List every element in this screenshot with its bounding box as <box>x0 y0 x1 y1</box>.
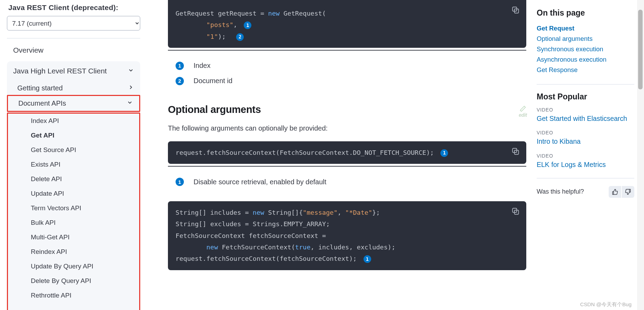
nav-term-vectors-api[interactable]: Term Vectors API <box>14 201 139 215</box>
popular-link-kibana[interactable]: Intro to Kibana <box>537 137 634 146</box>
callout-text: Index <box>194 62 211 70</box>
toc-link-asynchronous[interactable]: Asynchronous execution <box>537 54 634 65</box>
paragraph: The following arguments can optionally b… <box>168 124 526 132</box>
divider <box>537 84 634 85</box>
code-block-get-request: GetRequest getRequest = new GetRequest( … <box>168 0 526 48</box>
toc-title: On this page <box>537 8 634 18</box>
nav-delete-by-query-api[interactable]: Delete By Query API <box>14 274 139 288</box>
watermark: CSDN @今天有个Bug <box>580 301 632 308</box>
nav-group: Java High Level REST Client Getting star… <box>7 61 140 310</box>
popular-link-elasticsearch[interactable]: Get Started with Elasticsearch <box>537 114 634 123</box>
video-kicker: VIDEO <box>537 153 634 159</box>
toc-link-get-request[interactable]: Get Request <box>537 23 634 34</box>
nav-item-label: Get API <box>31 132 54 139</box>
edit-icon[interactable]: edit <box>519 105 527 118</box>
nav-item-label: Getting started <box>17 84 63 92</box>
section-heading-optional-arguments: Optional arguments edit <box>168 104 526 115</box>
thumbs-up-button[interactable] <box>609 186 621 198</box>
version-select[interactable]: 7.17 (current) <box>7 16 140 30</box>
callout-badge: 1 <box>364 255 371 263</box>
chevron-right-icon <box>128 84 134 92</box>
chevron-down-icon <box>128 67 134 75</box>
video-kicker: VIDEO <box>537 107 634 113</box>
toc-link-synchronous[interactable]: Synchronous execution <box>537 44 634 54</box>
chevron-down-icon <box>127 99 133 107</box>
sidebar: Java REST Client (deprecated): 7.17 (cur… <box>0 0 154 310</box>
nav-bulk-api[interactable]: Bulk API <box>14 215 139 230</box>
code-block-includes-excludes: String[] includes = new String[]{"messag… <box>168 201 526 270</box>
callout-badge: 1 <box>176 178 184 186</box>
nav-get-api[interactable]: Get API <box>14 128 139 143</box>
toc-link-get-response[interactable]: Get Response <box>537 65 634 75</box>
nav-item-label: Multi-Get API <box>31 233 70 241</box>
copy-icon[interactable] <box>511 147 520 156</box>
nav-exists-api[interactable]: Exists API <box>14 157 139 172</box>
thumbs-down-button[interactable] <box>622 186 634 198</box>
feedback-label: Was this helpful? <box>537 188 584 195</box>
callout-text: Document id <box>194 77 232 85</box>
page-scrollbar[interactable] <box>637 0 644 310</box>
code-block-fetch-source: request.fetchSourceContext(FetchSourceCo… <box>168 141 526 164</box>
nav-item-label: Reindex API <box>31 248 67 256</box>
divider <box>537 178 634 178</box>
nav-overview[interactable]: Overview <box>7 44 147 61</box>
nav-item-label: Exists API <box>31 161 61 168</box>
copy-icon[interactable] <box>511 6 520 15</box>
main-content: GetRequest getRequest = new GetRequest( … <box>154 0 537 310</box>
nav-item-label: Delete API <box>31 175 62 183</box>
callout-badge: 1 <box>440 149 448 157</box>
nav-reindex-api[interactable]: Reindex API <box>14 245 139 259</box>
callout-text: Disable source retrieval, enabled by def… <box>194 178 327 186</box>
divider <box>168 166 526 167</box>
feedback-row: Was this helpful? <box>537 186 634 198</box>
popular-link-elk[interactable]: ELK for Logs & Metrics <box>537 160 634 169</box>
callout-badge: 2 <box>236 33 244 41</box>
nav-delete-api[interactable]: Delete API <box>14 172 139 186</box>
product-label: Java REST Client (deprecated): <box>7 0 147 16</box>
nav-item-label: Update By Query API <box>31 263 93 270</box>
callout-row: 1 Index <box>168 58 526 73</box>
nav-item-label: Index API <box>31 117 59 125</box>
nav-getting-started[interactable]: Getting started <box>7 81 140 96</box>
divider <box>7 38 140 38</box>
nav-item-label: Document APIs <box>18 99 66 107</box>
nav-update-by-query-api[interactable]: Update By Query API <box>14 259 139 274</box>
nav-item-label: Delete By Query API <box>31 277 91 285</box>
video-kicker: VIDEO <box>537 130 634 135</box>
nav-index-api[interactable]: Index API <box>14 114 139 128</box>
divider <box>168 50 526 51</box>
page-scroll-thumb[interactable] <box>638 10 643 89</box>
nav-item-label: Get Source API <box>31 146 76 154</box>
callout-badge: 1 <box>244 21 251 29</box>
callout-row: 1 Disable source retrieval, enabled by d… <box>168 174 526 189</box>
nav-item-label: Update API <box>31 190 64 197</box>
nav-document-apis[interactable]: Document APIs <box>8 96 139 111</box>
toc-link-optional-arguments[interactable]: Optional arguments <box>537 34 634 44</box>
nav-update-api[interactable]: Update API <box>14 186 139 201</box>
nav-item-label: Term Vectors API <box>31 204 81 212</box>
callout-row: 2 Document id <box>168 73 526 89</box>
copy-icon[interactable] <box>511 207 520 216</box>
nav-item-label: Rethrottle API <box>31 292 71 299</box>
nav-multi-get-api[interactable]: Multi-Get API <box>14 230 139 245</box>
nav-section-label: Java High Level REST Client <box>13 67 107 75</box>
nav-rethrottle-api[interactable]: Rethrottle API <box>14 288 139 303</box>
nav-section-hlrc[interactable]: Java High Level REST Client <box>7 61 140 81</box>
callout-badge: 2 <box>176 77 184 85</box>
callout-badge: 1 <box>176 62 184 70</box>
nav-item-label: Bulk API <box>31 219 56 227</box>
popular-title: Most Popular <box>537 92 634 101</box>
nav-get-source-api[interactable]: Get Source API <box>14 143 139 157</box>
right-rail: On this page Get Request Optional argume… <box>537 0 644 310</box>
